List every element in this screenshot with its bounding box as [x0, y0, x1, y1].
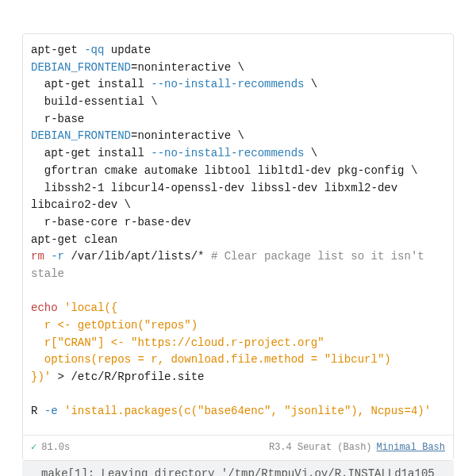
code-token: 'install.packages(c("base64enc", "jsonli…: [64, 405, 431, 417]
code-token: /var/lib/apt/lists/*: [64, 250, 211, 263]
code-token: -r: [51, 250, 64, 263]
code-cell: apt-get -qq update DEBIAN_FRONTEND=nonin…: [22, 33, 454, 461]
code-token: r-base: [31, 113, 84, 125]
code-token: > /etc/R/Rprofile.site: [51, 370, 204, 383]
code-token: \: [304, 147, 317, 159]
code-token: --no-install-recommends: [151, 147, 304, 159]
code-token: DEBIAN_FRONTEND: [31, 129, 131, 142]
exec-time: 81.0s: [41, 440, 70, 455]
code-token: build-essential \: [31, 95, 158, 108]
code-token: R: [31, 405, 44, 417]
code-token: echo: [31, 301, 58, 314]
kernel-tag[interactable]: Minimal Bash: [377, 440, 445, 455]
code-token: r["CRAN"] <- "https://cloud.r-project.or…: [31, 336, 324, 349]
code-token: --no-install-recommends: [151, 78, 304, 90]
status-left: ✓ 81.0s: [31, 440, 70, 455]
code-token: -e: [44, 405, 58, 417]
code-token: [44, 250, 51, 263]
output-line: make[1]: Leaving directory '/tmp/RtmpuVj…: [41, 466, 435, 476]
code-token: r <- getOption("repos"): [31, 319, 198, 332]
code-token: DEBIAN_FRONTEND: [31, 61, 131, 74]
code-token: [58, 301, 64, 314]
code-token: r-base-core r-base-dev: [31, 216, 191, 228]
code-token: \: [304, 78, 317, 90]
code-token: options(repos = r, download.file.method …: [31, 353, 391, 366]
code-token: =noninteractive \: [131, 61, 244, 74]
code-token: apt-get install: [31, 78, 151, 90]
code-token: [58, 405, 64, 417]
code-content[interactable]: apt-get -qq update DEBIAN_FRONTEND=nonin…: [23, 34, 453, 435]
output-block: make[1]: Leaving directory '/tmp/RtmpuVj…: [22, 461, 454, 476]
status-bar: ✓ 81.0s R3.4 Seurat (Bash) Minimal Bash: [23, 435, 453, 460]
code-token: apt-get: [31, 44, 84, 56]
code-token: apt-get install: [31, 147, 151, 159]
code-token: update: [104, 44, 151, 56]
code-token: gfortran cmake automake libtool libltdl-…: [31, 164, 417, 177]
kernel-label: R3.4 Seurat (Bash): [269, 440, 372, 455]
code-token: -qq: [84, 44, 104, 56]
code-token: rm: [31, 250, 44, 263]
code-token: 'local({: [64, 301, 117, 314]
code-token: apt-get clean: [31, 233, 117, 246]
status-right: R3.4 Seurat (Bash) Minimal Bash: [269, 440, 445, 455]
code-token: libssh2-1 libcurl4-openssl-dev libssl-de…: [31, 182, 405, 212]
check-icon: ✓: [31, 440, 36, 455]
code-token: })': [31, 370, 51, 383]
code-token: =noninteractive \: [131, 129, 244, 142]
